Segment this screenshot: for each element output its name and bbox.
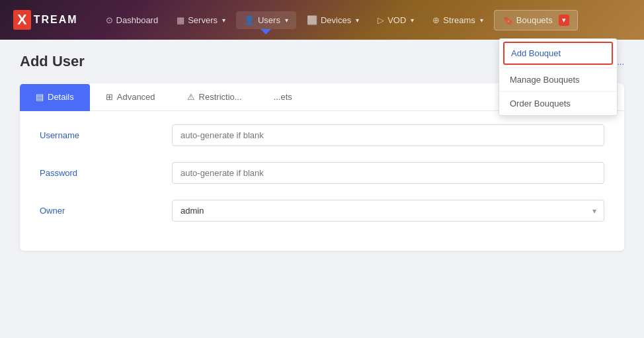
- tab-restrictions[interactable]: ⚠ Restrictio...: [171, 84, 258, 111]
- tab-details-label: Details: [48, 92, 74, 102]
- username-input[interactable]: [172, 124, 604, 146]
- nav-label-devices: Devices: [321, 15, 351, 25]
- password-label: Password: [40, 168, 159, 178]
- page-title: Add User: [20, 53, 85, 70]
- devices-chevron-icon: ▾: [356, 17, 359, 24]
- add-bouquet-item[interactable]: Add Bouquet: [503, 42, 613, 65]
- nav-item-users[interactable]: 👤 Users ▾: [236, 11, 296, 29]
- nav-item-dashboard[interactable]: ⊙ Dashboard: [98, 11, 167, 29]
- advanced-tab-icon: ⊞: [106, 92, 113, 102]
- form-body: Username Password Owner admin ▾: [20, 111, 624, 251]
- devices-icon: ⬜: [307, 15, 317, 25]
- nav-item-bouquets[interactable]: 🔖 Bouquets ▾: [494, 10, 578, 30]
- tab-bouquets-label: ...ets: [274, 92, 292, 102]
- main-nav: ⊙ Dashboard ▦ Servers ▾ 👤 Users ▾ ⬜ Devi…: [98, 10, 578, 30]
- details-tab-icon: ▤: [36, 92, 44, 102]
- nav-item-servers[interactable]: ▦ Servers ▾: [169, 11, 233, 29]
- nav-label-users: Users: [258, 15, 280, 25]
- users-icon: 👤: [244, 15, 255, 25]
- nav-label-vod: VOD: [387, 15, 406, 25]
- vod-icon: ▷: [378, 15, 384, 25]
- bouquets-chevron-icon: ▾: [559, 15, 569, 26]
- logo-text: TREAM: [34, 14, 78, 26]
- vod-chevron-icon: ▾: [411, 17, 414, 24]
- streams-icon: ⊕: [432, 15, 440, 25]
- order-bouquets-item[interactable]: Order Bouquets: [499, 91, 617, 115]
- servers-chevron-icon: ▾: [222, 17, 225, 24]
- tab-restrictions-label: Restrictio...: [199, 92, 242, 102]
- dashboard-icon: ⊙: [106, 15, 113, 25]
- owner-label: Owner: [40, 206, 159, 216]
- servers-icon: ▦: [177, 15, 184, 25]
- password-row: Password: [40, 162, 604, 184]
- logo[interactable]: X TREAM: [13, 10, 78, 30]
- dropdown-menu: Add Bouquet Manage Bouquets Order Bouque…: [499, 38, 618, 116]
- nav-item-devices[interactable]: ⬜ Devices ▾: [299, 11, 367, 29]
- owner-row: Owner admin ▾: [40, 200, 604, 222]
- nav-label-dashboard: Dashboard: [116, 15, 159, 25]
- nav-label-servers: Servers: [188, 15, 218, 25]
- tab-details[interactable]: ▤ Details: [20, 84, 90, 111]
- tab-advanced-label: Advanced: [117, 92, 155, 102]
- nav-label-streams: Streams: [443, 15, 475, 25]
- username-row: Username: [40, 124, 604, 146]
- nav-label-bouquets: Bouquets: [516, 15, 553, 25]
- username-label: Username: [40, 130, 159, 140]
- owner-select[interactable]: admin: [172, 200, 604, 222]
- logo-x: X: [13, 10, 31, 30]
- bouquets-icon: 🔖: [503, 15, 513, 25]
- streams-chevron-icon: ▾: [480, 17, 483, 24]
- tab-advanced[interactable]: ⊞ Advanced: [90, 84, 171, 111]
- manage-bouquets-item[interactable]: Manage Bouquets: [499, 67, 617, 91]
- owner-select-wrapper: admin ▾: [172, 200, 604, 222]
- password-input[interactable]: [172, 162, 604, 184]
- header: X TREAM ⊙ Dashboard ▦ Servers ▾ 👤 Users …: [0, 0, 644, 40]
- users-chevron-icon: ▾: [285, 17, 288, 24]
- tab-bouquets[interactable]: ...ets: [258, 84, 308, 111]
- restrictions-tab-icon: ⚠: [187, 92, 195, 102]
- nav-item-vod[interactable]: ▷ VOD ▾: [370, 11, 422, 29]
- bouquets-dropdown: Add Bouquet Manage Bouquets Order Bouque…: [499, 38, 618, 116]
- users-dropdown-arrow: [261, 29, 271, 34]
- nav-item-streams[interactable]: ⊕ Streams ▾: [424, 11, 491, 29]
